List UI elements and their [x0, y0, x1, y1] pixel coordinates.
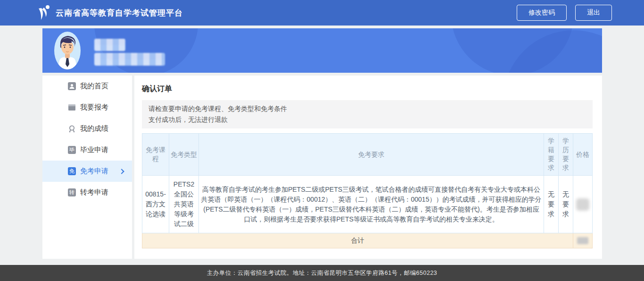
sidebar-item-label: 免考申请: [80, 167, 108, 176]
logout-button[interactable]: 退出: [575, 5, 612, 21]
change-password-button[interactable]: 修改密码: [517, 5, 567, 21]
notice-line: 支付成功后，无法进行退款: [149, 114, 586, 125]
total-label: 合计: [142, 233, 573, 248]
cell-requirement: 高等教育自学考试的考生参加PETS二级或PETS三级考试，笔试合格者的成绩可直接…: [199, 176, 544, 233]
cell-student-status: 无要求: [544, 176, 559, 233]
header-type: 免考类型: [169, 134, 199, 176]
footer-text: 主办单位：云南省招生考试院。地址：云南省昆明市五华区学府路61号，邮编65022…: [207, 269, 438, 277]
app-title: 云南省高等教育自学考试管理平台: [56, 8, 183, 18]
total-price-redacted: [573, 233, 593, 248]
redacted-username: [94, 39, 125, 51]
transfer-char-icon: 转: [68, 188, 76, 196]
sidebar-item-exemption[interactable]: 免 免考申请: [42, 161, 132, 182]
header-course: 免考课程: [142, 134, 169, 176]
medal-icon: [68, 125, 76, 133]
sidebar-item-register[interactable]: 我要报考: [42, 97, 132, 118]
page-title: 确认订单: [142, 84, 593, 94]
exemption-char-icon: 免: [68, 167, 76, 175]
book-icon: [68, 103, 76, 111]
cell-type: PETS2全国公共英语等级考试二级: [169, 176, 199, 233]
table-header-row: 免考课程 免考类型 免考要求 学籍要求 学历要求 价格: [142, 134, 593, 176]
platform-logo-icon: [36, 4, 52, 22]
user-banner: [42, 28, 602, 73]
content-area: 我的首页 我要报考 我的成绩 毕 毕业申请 免 免考申请 转 转考申请: [42, 76, 602, 259]
header-price: 价格: [573, 134, 593, 176]
header-requirement: 免考要求: [199, 134, 544, 176]
main-panel: 确认订单 请检查要申请的免考课程、免考类型和免考条件 支付成功后，无法进行退款 …: [134, 76, 602, 259]
top-header: 云南省高等教育自学考试管理平台 修改密码 退出: [0, 0, 644, 26]
header-student-status: 学籍要求: [544, 134, 559, 176]
sidebar-item-label: 我的成绩: [80, 124, 108, 133]
sidebar-item-label: 转考申请: [80, 188, 108, 197]
graduation-char-icon: 毕: [68, 146, 76, 154]
redacted-user-info: [94, 53, 165, 66]
sidebar-item-label: 我要报考: [80, 103, 108, 112]
chevron-right-icon: [119, 169, 124, 174]
footer: 主办单位：云南省招生考试院。地址：云南省昆明市五华区学府路61号，邮编65022…: [0, 265, 644, 281]
notice-line: 请检查要申请的免考课程、免考类型和免考条件: [149, 103, 586, 114]
cell-price-redacted: [573, 176, 593, 233]
sidebar-item-label: 我的首页: [80, 82, 108, 91]
sidebar-item-transfer[interactable]: 转 转考申请: [42, 182, 132, 203]
sidebar-item-label: 毕业申请: [80, 145, 108, 154]
sidebar: 我的首页 我要报考 我的成绩 毕 毕业申请 免 免考申请 转 转考申请: [42, 76, 132, 259]
order-table: 免考课程 免考类型 免考要求 学籍要求 学历要求 价格 00815-西方文论选读…: [142, 133, 593, 248]
sidebar-item-graduation[interactable]: 毕 毕业申请: [42, 139, 132, 161]
cell-course: 00815-西方文论选读: [142, 176, 169, 233]
header-education: 学历要求: [559, 134, 573, 176]
notice-box: 请检查要申请的免考课程、免考类型和免考条件 支付成功后，无法进行退款: [142, 100, 593, 128]
user-card-icon: [68, 82, 76, 90]
total-row: 合计: [142, 233, 593, 248]
sidebar-item-my-home[interactable]: 我的首页: [42, 76, 132, 97]
cell-education: 无要求: [559, 176, 573, 233]
sidebar-item-my-scores[interactable]: 我的成绩: [42, 118, 132, 139]
table-row: 00815-西方文论选读 PETS2全国公共英语等级考试二级 高等教育自学考试的…: [142, 176, 593, 233]
avatar: [54, 31, 81, 70]
